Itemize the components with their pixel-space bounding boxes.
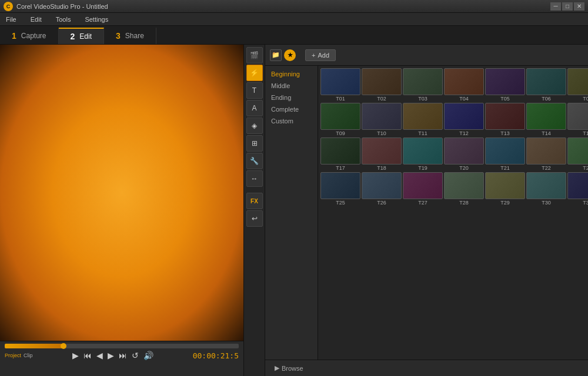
minimize-button[interactable]: ─ bbox=[550, 2, 561, 11]
folder-icon[interactable]: 📁 bbox=[270, 49, 282, 61]
menu-file[interactable]: File bbox=[4, 15, 19, 24]
main-content: Project Clip ▶ ⏮ ◀ ▶ ⏭ ↺ 🔊 00:00:21:5 🎬 … bbox=[0, 45, 588, 376]
thumb-T18[interactable]: T18 bbox=[362, 137, 402, 171]
tab-edit[interactable]: 2 Edit bbox=[59, 28, 104, 44]
thumb-T22[interactable]: T22 bbox=[526, 137, 566, 171]
controls-row: Project Clip ▶ ⏮ ◀ ▶ ⏭ ↺ 🔊 00:00:21:5 bbox=[5, 351, 239, 360]
thumb-T23[interactable]: T23 bbox=[567, 137, 588, 171]
tool-motion[interactable]: ↔ bbox=[246, 170, 263, 187]
thumb-row-1: T01 T02 T03 T04 T05 T06 T07 T08 bbox=[320, 68, 588, 102]
cat-middle[interactable]: Middle bbox=[265, 80, 318, 92]
cat-ending[interactable]: Ending bbox=[265, 92, 318, 103]
star-icon: ★ bbox=[284, 49, 296, 61]
project-mode-label[interactable]: Project bbox=[5, 352, 21, 358]
thumb-T03[interactable]: T03 bbox=[403, 68, 443, 102]
category-list: Beginning Middle Ending Complete Custom bbox=[265, 66, 318, 360]
tool-instant[interactable]: ⚡ bbox=[246, 65, 263, 81]
tab-share-label: Share bbox=[125, 32, 144, 40]
clip-mode-label[interactable]: Clip bbox=[24, 352, 33, 358]
tab-share[interactable]: 3 Share bbox=[104, 28, 156, 44]
thumb-T12[interactable]: T12 bbox=[444, 103, 484, 136]
window-controls[interactable]: ─ □ ✕ bbox=[550, 2, 584, 11]
preview-video[interactable] bbox=[0, 45, 243, 341]
thumb-T29[interactable]: T29 bbox=[485, 172, 525, 206]
thumb-row-2: T09 T10 T11 T12 T13 T14 T15 T16 bbox=[320, 103, 588, 136]
menu-settings[interactable]: Settings bbox=[82, 15, 111, 24]
app-logo: C bbox=[4, 2, 13, 11]
cat-beginning[interactable]: Beginning bbox=[265, 68, 318, 80]
tab-edit-label: Edit bbox=[79, 32, 92, 41]
tool-text[interactable]: A bbox=[246, 100, 263, 116]
thumb-T04[interactable]: T04 bbox=[444, 68, 484, 102]
scrubber-bar[interactable] bbox=[5, 344, 239, 348]
right-panel: 📁 ★ + Add ⊞ Beginning Middle Ending Comp… bbox=[265, 45, 588, 376]
thumb-row-3: T17 T18 T19 T20 T21 T22 T23 T24 bbox=[320, 137, 588, 171]
thumb-T17[interactable]: T17 bbox=[320, 137, 360, 171]
thumb-T19[interactable]: T19 bbox=[403, 137, 443, 171]
thumb-T21[interactable]: T21 bbox=[485, 137, 525, 171]
preview-controls: Project Clip ▶ ⏮ ◀ ▶ ⏭ ↺ 🔊 00:00:21:5 bbox=[0, 341, 243, 376]
loop-button[interactable]: ↺ bbox=[131, 351, 140, 360]
menu-bar: File Edit Tools Settings bbox=[0, 13, 588, 26]
mode-labels: Project Clip bbox=[5, 352, 33, 358]
tool-effects[interactable]: ⊞ bbox=[246, 135, 263, 152]
thumb-T05[interactable]: T05 bbox=[485, 68, 525, 102]
thumb-T06[interactable]: T06 bbox=[526, 68, 566, 102]
scrubber-fill bbox=[5, 344, 64, 348]
scrubber-thumb[interactable] bbox=[61, 343, 66, 349]
add-button[interactable]: + Add bbox=[305, 49, 336, 61]
tab-capture-num: 1 bbox=[12, 31, 16, 41]
next-frame-button[interactable]: ⏭ bbox=[118, 351, 128, 360]
thumb-T01[interactable]: T01 bbox=[320, 68, 360, 102]
close-button[interactable]: ✕ bbox=[574, 2, 584, 11]
tool-rotate[interactable]: ↩ bbox=[246, 210, 263, 227]
step-back-button[interactable]: ◀ bbox=[95, 351, 104, 360]
thumb-T10[interactable]: T10 bbox=[362, 103, 402, 136]
preview-panel: Project Clip ▶ ⏮ ◀ ▶ ⏭ ↺ 🔊 00:00:21:5 bbox=[0, 45, 244, 376]
tab-share-num: 3 bbox=[116, 31, 121, 41]
prev-frame-button[interactable]: ⏮ bbox=[82, 351, 93, 360]
thumb-T07[interactable]: T07 bbox=[567, 68, 588, 102]
titlebar-left: C Corel VideoStudio Pro - Untitled bbox=[4, 2, 108, 11]
tool-transitions[interactable]: ◈ bbox=[246, 118, 263, 134]
tab-bar: 1 Capture 2 Edit 3 Share bbox=[0, 26, 588, 45]
tool-media[interactable]: 🎬 bbox=[246, 47, 263, 63]
play-button[interactable]: ▶ bbox=[71, 351, 80, 360]
step-forward-button[interactable]: ▶ bbox=[106, 351, 115, 360]
thumb-T15[interactable]: T15 bbox=[567, 103, 588, 136]
thumb-row-4: T25 T26 T27 T28 T29 T30 T31 T32 bbox=[320, 172, 588, 206]
thumb-T28[interactable]: T28 bbox=[444, 172, 484, 206]
tool-titles[interactable]: T bbox=[246, 82, 263, 99]
title-bar: C Corel VideoStudio Pro - Untitled ─ □ ✕ bbox=[0, 0, 588, 13]
thumb-T13[interactable]: T13 bbox=[485, 103, 525, 136]
browse-icon: ▶ bbox=[275, 364, 279, 372]
right-toolbar: 📁 ★ + Add ⊞ bbox=[265, 45, 588, 66]
options-bar: ▶ Browse Options bbox=[265, 360, 588, 376]
thumb-T14[interactable]: T14 bbox=[526, 103, 566, 136]
timecode-display: 00:00:21:5 bbox=[193, 351, 239, 360]
thumb-T31[interactable]: T31 bbox=[567, 172, 588, 206]
tool-graphics[interactable]: 🔧 bbox=[246, 153, 263, 169]
maximize-button[interactable]: □ bbox=[562, 2, 573, 11]
tools-sidebar: 🎬 ⚡ T A ◈ ⊞ 🔧 ↔ FX ↩ bbox=[244, 45, 265, 376]
thumb-T20[interactable]: T20 bbox=[444, 137, 484, 171]
menu-tools[interactable]: Tools bbox=[54, 15, 74, 24]
thumb-T25[interactable]: T25 bbox=[320, 172, 360, 206]
tab-capture[interactable]: 1 Capture bbox=[0, 28, 59, 44]
right-content: Beginning Middle Ending Complete Custom … bbox=[265, 66, 588, 360]
app-title: Corel VideoStudio Pro - Untitled bbox=[16, 3, 108, 10]
cat-custom[interactable]: Custom bbox=[265, 115, 318, 127]
thumb-T11[interactable]: T11 bbox=[403, 103, 443, 136]
browse-button[interactable]: ▶ Browse bbox=[275, 364, 303, 372]
thumb-T27[interactable]: T27 bbox=[403, 172, 443, 206]
cat-complete[interactable]: Complete bbox=[265, 103, 318, 115]
volume-button[interactable]: 🔊 bbox=[142, 351, 155, 360]
thumb-T09[interactable]: T09 bbox=[320, 103, 360, 136]
thumb-T30[interactable]: T30 bbox=[526, 172, 566, 206]
tool-fx[interactable]: FX bbox=[246, 193, 263, 209]
playback-controls: ▶ ⏮ ◀ ▶ ⏭ ↺ 🔊 bbox=[71, 351, 155, 360]
thumb-T02[interactable]: T02 bbox=[362, 68, 402, 102]
thumbnail-grid: T01 T02 T03 T04 T05 T06 T07 T08 T09 T10 … bbox=[318, 66, 588, 360]
thumb-T26[interactable]: T26 bbox=[362, 172, 402, 206]
menu-edit[interactable]: Edit bbox=[28, 15, 44, 24]
